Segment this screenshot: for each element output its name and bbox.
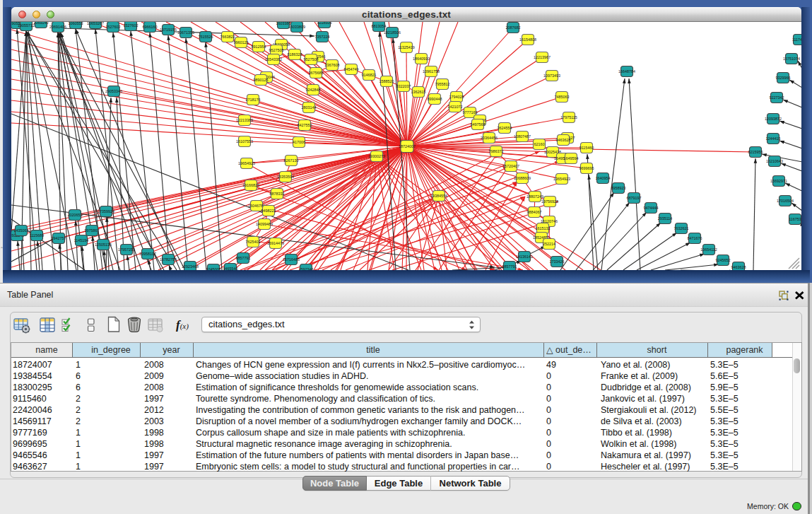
svg-text:7986372: 7986372: [489, 149, 504, 153]
svg-text:116753: 116753: [789, 217, 801, 221]
svg-text:7625402: 7625402: [246, 240, 261, 244]
svg-text:8471676: 8471676: [688, 236, 702, 240]
svg-text:9245652: 9245652: [716, 258, 731, 262]
svg-text:1649594: 1649594: [564, 156, 579, 160]
svg-text:16543382: 16543382: [265, 57, 282, 62]
svg-text:29053346: 29053346: [105, 89, 122, 93]
svg-text:9857791: 9857791: [236, 256, 251, 260]
svg-text:1794028: 1794028: [449, 95, 464, 99]
svg-text:18724007: 18724007: [399, 144, 416, 148]
svg-text:9227342: 9227342: [770, 95, 784, 100]
svg-text:10961758: 10961758: [423, 69, 440, 74]
svg-text:15692971: 15692971: [770, 179, 787, 183]
svg-text:15353594: 15353594: [277, 175, 294, 179]
svg-text:9463628: 9463628: [556, 138, 571, 142]
svg-text:9463628: 9463628: [731, 265, 746, 269]
svg-text:13654923: 13654923: [553, 177, 570, 181]
svg-text:8990448: 8990448: [428, 97, 442, 101]
svg-text:12923468: 12923468: [182, 264, 199, 269]
svg-text:10958107: 10958107: [139, 252, 156, 256]
svg-text:15716485: 15716485: [283, 257, 300, 262]
svg-text:9699695: 9699695: [579, 166, 594, 170]
svg-text:10973493: 10973493: [543, 74, 560, 78]
svg-text:16782759: 16782759: [160, 257, 177, 262]
svg-text:16648784: 16648784: [618, 69, 635, 74]
svg-text:10719155: 10719155: [160, 28, 177, 32]
svg-text:8878332: 8878332: [270, 192, 285, 196]
svg-text:16033809: 16033809: [288, 25, 305, 29]
svg-text:19300273: 19300273: [368, 154, 385, 158]
svg-text:9777169: 9777169: [463, 110, 478, 115]
svg-text:10654112: 10654112: [700, 247, 717, 252]
svg-text:1145194: 1145194: [74, 238, 89, 243]
svg-text:8267130: 8267130: [284, 158, 299, 163]
svg-text:9527508: 9527508: [304, 57, 319, 62]
svg-text:6497568: 6497568: [471, 122, 486, 127]
svg-text:19384554: 19384554: [430, 194, 447, 198]
svg-text:1115689: 1115689: [30, 233, 44, 238]
svg-text:8958923: 8958923: [611, 186, 626, 190]
svg-text:16107553: 16107553: [236, 139, 253, 144]
svg-text:2069140: 2069140: [34, 22, 49, 25]
svg-text:12213389: 12213389: [236, 118, 253, 122]
svg-text:16914479: 16914479: [267, 241, 284, 245]
svg-text:2367608: 2367608: [325, 63, 340, 67]
svg-text:9975867: 9975867: [85, 228, 100, 233]
svg-text:7485063: 7485063: [555, 95, 570, 99]
svg-text:9146821: 9146821: [362, 73, 377, 77]
svg-text:8912954: 8912954: [252, 45, 266, 49]
svg-text:18640910: 18640910: [413, 57, 430, 61]
svg-text:1588520: 1588520: [379, 79, 394, 83]
svg-text:10688609: 10688609: [514, 176, 531, 180]
svg-text:8322037: 8322037: [396, 84, 411, 88]
svg-text:7357224: 7357224: [315, 35, 330, 39]
svg-text:9474444: 9474444: [644, 206, 659, 210]
svg-text:3624554: 3624554: [498, 126, 512, 130]
svg-text:17957255: 17957255: [118, 247, 135, 252]
svg-text:17359924: 17359924: [98, 209, 114, 214]
svg-text:1592346: 1592346: [299, 267, 314, 270]
svg-text:8813054: 8813054: [372, 24, 387, 28]
svg-text:2087682: 2087682: [506, 25, 521, 30]
svg-text:9242848: 9242848: [306, 88, 321, 92]
svg-text:14136141: 14136141: [516, 255, 533, 259]
svg-text:1733426: 1733426: [550, 259, 565, 264]
svg-text:9465546: 9465546: [223, 267, 238, 270]
svg-text:62160: 62160: [534, 142, 545, 146]
svg-text:252214: 252214: [543, 242, 555, 246]
svg-text:1244415: 1244415: [766, 136, 781, 141]
svg-text:9527505: 9527505: [269, 48, 284, 52]
svg-text:1117404: 1117404: [792, 37, 801, 42]
svg-text:1421072: 1421072: [448, 105, 463, 109]
svg-text:10671355: 10671355: [177, 30, 194, 35]
svg-text:19055712: 19055712: [18, 23, 35, 28]
svg-text:17016504: 17016504: [777, 199, 794, 203]
svg-text:20364456: 20364456: [481, 136, 498, 140]
svg-text:1060553: 1060553: [69, 22, 83, 25]
svg-text:8215955: 8215955: [748, 150, 763, 154]
svg-text:1640954: 1640954: [596, 176, 611, 180]
svg-text:9218506: 9218506: [317, 22, 332, 25]
svg-text:3675685: 3675685: [309, 71, 324, 75]
svg-text:14099489: 14099489: [256, 222, 273, 226]
svg-text:1362615: 1362615: [411, 90, 426, 94]
svg-text:12505135: 12505135: [95, 243, 112, 247]
svg-text:19654925: 19654925: [238, 161, 255, 165]
svg-text:2718176: 2718176: [246, 98, 261, 102]
svg-text:8454749: 8454749: [344, 67, 359, 71]
svg-text:8427552: 8427552: [298, 123, 312, 127]
svg-text:2942757: 2942757: [52, 236, 66, 240]
svg-text:16210643: 16210643: [766, 159, 783, 163]
svg-text:9890125: 9890125: [254, 78, 269, 82]
svg-text:6966160: 6966160: [143, 25, 158, 29]
svg-text:7955812: 7955812: [435, 82, 450, 86]
svg-text:2935114: 2935114: [658, 216, 673, 221]
svg-text:9960125: 9960125: [234, 40, 249, 45]
svg-text:7663822: 7663822: [220, 35, 235, 39]
svg-text:1527602: 1527602: [106, 25, 121, 29]
svg-text:15751074: 15751074: [783, 57, 800, 61]
svg-text:15720407: 15720407: [502, 164, 519, 168]
svg-text:9245005: 9245005: [206, 267, 221, 270]
svg-text:417006: 417006: [293, 140, 305, 144]
svg-text:7515526: 7515526: [199, 35, 213, 39]
